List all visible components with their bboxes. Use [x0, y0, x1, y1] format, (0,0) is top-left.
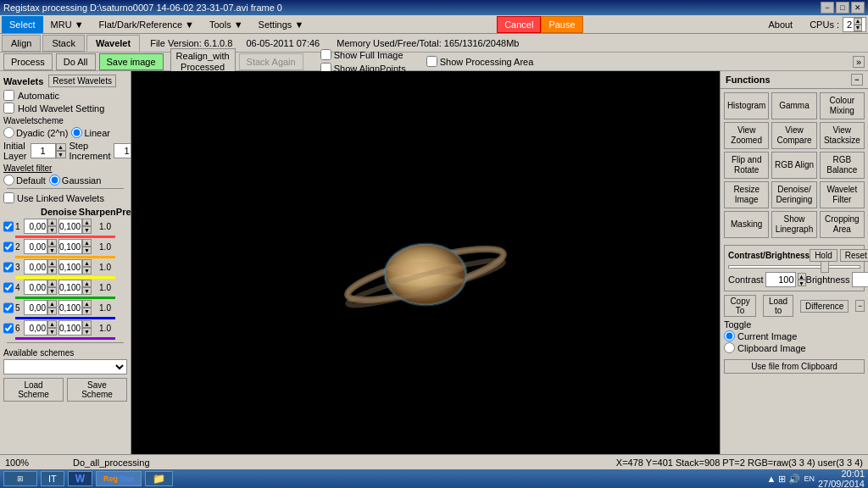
current-image-radio[interactable]: Current Image: [724, 330, 865, 341]
reset-wavelets-button[interactable]: Reset Wavelets: [48, 75, 116, 87]
func-btn-histogram[interactable]: Histogram: [724, 92, 769, 119]
initial-up[interactable]: ▲: [56, 143, 66, 151]
cpu-up-arrow[interactable]: ▲: [854, 18, 862, 25]
layer-5-sharpen-up[interactable]: ▲: [82, 300, 92, 308]
contrast-up[interactable]: ▲: [798, 273, 806, 280]
tab-wavelet[interactable]: Wavelet: [86, 35, 140, 52]
mru-menu[interactable]: MRU ▼: [43, 16, 92, 33]
cancel-button[interactable]: Cancel: [497, 16, 541, 33]
layer-5-sharpen-down[interactable]: ▼: [82, 308, 92, 315]
layer-6-sharpen-input[interactable]: [58, 320, 82, 336]
taskbar-registax[interactable]: Reg Stax: [96, 471, 142, 486]
cpu-spinner[interactable]: 2 ▲ ▼: [843, 17, 866, 32]
process-button[interactable]: Process: [3, 53, 53, 70]
initial-layer-value[interactable]: 1: [31, 143, 56, 158]
pause-button[interactable]: Pause: [541, 16, 582, 33]
layer-6-denoise-down[interactable]: ▼: [47, 328, 57, 336]
reset-cb-button[interactable]: Reset: [840, 249, 868, 262]
expand-arrow[interactable]: »: [853, 56, 865, 68]
layer-1-sharpen-input[interactable]: [58, 219, 82, 234]
layer-3-sharpen-up[interactable]: ▲: [82, 259, 92, 267]
func-btn-resize-image[interactable]: Resize Image: [724, 181, 769, 208]
clipboard-image-radio[interactable]: Clipboard Image: [724, 342, 865, 353]
layer-4-sharpen-down[interactable]: ▼: [82, 287, 92, 295]
layer-1-denoise-down[interactable]: ▼: [47, 226, 57, 234]
hold-button[interactable]: Hold: [810, 249, 837, 262]
collapse-functions-button[interactable]: −: [851, 74, 863, 86]
save-image-button[interactable]: Save image: [99, 53, 164, 70]
func-btn-rgb-align[interactable]: RGB Align: [771, 152, 816, 179]
taskbar-word[interactable]: W: [68, 471, 92, 486]
layer-3-denoise-up[interactable]: ▲: [47, 259, 57, 267]
layer-5-sharpen-input[interactable]: [58, 300, 82, 315]
layer-3-sharpen-down[interactable]: ▼: [82, 267, 92, 274]
tab-align[interactable]: Align: [2, 35, 41, 52]
layer-4-denoise-down[interactable]: ▼: [47, 287, 57, 295]
layer-1-denoise-input[interactable]: [24, 219, 47, 234]
func-btn-wavelet-filter-btn[interactable]: Wavelet Filter: [820, 181, 865, 208]
step-value[interactable]: 1: [114, 143, 131, 158]
func-btn-masking[interactable]: Masking: [724, 211, 769, 238]
copy-to-button[interactable]: Copy To: [724, 295, 756, 317]
flat-menu[interactable]: Flat/Dark/Reference ▼: [92, 16, 202, 33]
layer-4-sharpen-up[interactable]: ▲: [82, 280, 92, 287]
brightness-input[interactable]: [852, 272, 868, 287]
layer-2-sharpen-input[interactable]: [58, 239, 82, 254]
save-scheme-button[interactable]: Save Scheme: [67, 378, 127, 402]
use-clipboard-button[interactable]: Use file from Clipboard: [724, 359, 865, 374]
initial-down[interactable]: ▼: [56, 151, 66, 158]
minimize-button[interactable]: −: [821, 2, 834, 14]
maximize-button[interactable]: □: [836, 2, 849, 14]
layer-3-check[interactable]: [3, 262, 14, 273]
func-btn-view-zoomed[interactable]: View Zoomed: [724, 122, 769, 149]
tools-menu[interactable]: Tools ▼: [202, 16, 251, 33]
tab-stack[interactable]: Stack: [42, 35, 85, 52]
layer-6-sharpen-down[interactable]: ▼: [82, 328, 92, 336]
contrast-input[interactable]: [765, 272, 796, 287]
layer-2-sharpen-up[interactable]: ▲: [82, 239, 92, 247]
layer-6-denoise-up[interactable]: ▲: [47, 320, 57, 328]
taskbar-it[interactable]: IT: [41, 471, 64, 486]
initial-layer-spinner[interactable]: 1 ▲ ▼: [31, 143, 66, 158]
layer-3-denoise-down[interactable]: ▼: [47, 267, 57, 274]
hold-wavelet-check[interactable]: Hold Wavelet Setting: [3, 103, 127, 114]
taskbar-folder[interactable]: 📁: [145, 471, 173, 486]
contrast-thumb[interactable]: [821, 261, 829, 273]
layer-6-sharpen-up[interactable]: ▲: [82, 320, 92, 328]
layer-4-sharpen-input[interactable]: [58, 280, 82, 295]
layer-2-denoise-down[interactable]: ▼: [47, 247, 57, 254]
func-btn-denoise-deringing[interactable]: Denoise/ Deringing: [771, 181, 816, 208]
difference-button[interactable]: Difference: [800, 300, 849, 313]
func-btn-colour-mixing[interactable]: Colour Mixing: [820, 92, 865, 119]
contrast-down[interactable]: ▼: [798, 280, 806, 286]
layer-1-sharpen-up[interactable]: ▲: [82, 219, 92, 226]
start-button[interactable]: ⊞: [3, 471, 37, 486]
layer-2-check[interactable]: [3, 241, 14, 252]
func-btn-view-stacksize[interactable]: View Stacksize: [820, 122, 865, 149]
cpu-down-arrow[interactable]: ▼: [854, 25, 862, 31]
layer-6-check[interactable]: [3, 323, 14, 334]
layer-2-denoise-up[interactable]: ▲: [47, 239, 57, 247]
func-btn-gamma[interactable]: Gamma: [771, 92, 816, 119]
load-scheme-button[interactable]: Load Scheme: [3, 378, 64, 402]
func-btn-rgb-balance[interactable]: RGB Balance: [820, 152, 865, 179]
func-btn-cropping-area[interactable]: Cropping Area: [820, 211, 865, 238]
layer-5-denoise-down[interactable]: ▼: [47, 308, 57, 315]
linked-wavelets-check[interactable]: Use Linked Wavelets: [3, 192, 127, 203]
do-all-button[interactable]: Do All: [56, 53, 96, 70]
layer-4-check[interactable]: [3, 282, 14, 293]
layer-2-sharpen-down[interactable]: ▼: [82, 247, 92, 254]
func-btn-flip-rotate[interactable]: Flip and Rotate: [724, 152, 769, 179]
layer-1-denoise-up[interactable]: ▲: [47, 219, 57, 226]
layer-5-check[interactable]: [3, 302, 14, 313]
layer-3-denoise-input[interactable]: [24, 259, 47, 274]
settings-menu[interactable]: Settings ▼: [251, 16, 312, 33]
layer-1-sharpen-down[interactable]: ▼: [82, 226, 92, 234]
step-spinner[interactable]: 1 ▲ ▼: [114, 143, 131, 158]
copy-collapse-button[interactable]: −: [855, 300, 865, 312]
layer-4-denoise-up[interactable]: ▲: [47, 280, 57, 287]
func-btn-show-linegraph[interactable]: Show Linegraph: [771, 211, 816, 238]
layer-3-sharpen-input[interactable]: [58, 259, 82, 274]
layer-2-denoise-input[interactable]: [24, 239, 47, 254]
schemes-select[interactable]: [3, 359, 127, 374]
